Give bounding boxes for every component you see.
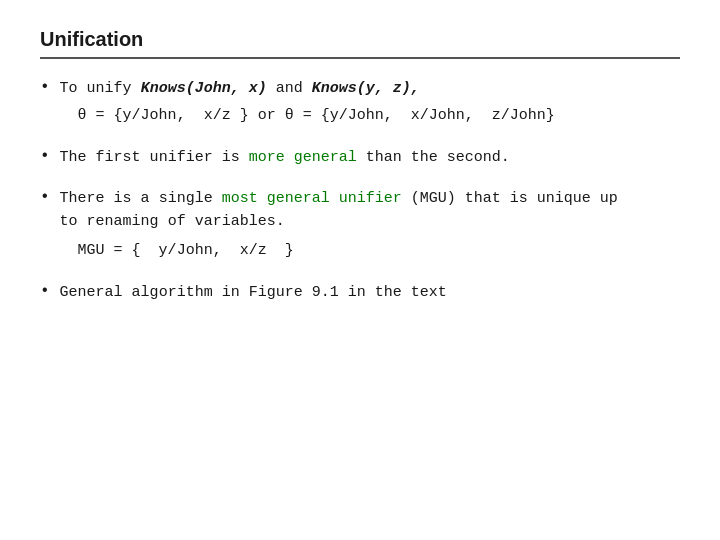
bullet-3-mgu-value: MGU = { y/John, x/z } — [78, 239, 680, 262]
title-divider — [40, 57, 680, 59]
bullet-item-4: • General algorithm in Figure 9.1 in the… — [40, 281, 680, 304]
bullet-item-3: • There is a single most general unifier… — [40, 187, 680, 263]
bullet-content-2: The first unifier is more general than t… — [60, 146, 680, 169]
bullet-marker-3: • — [40, 188, 50, 206]
bullet-1-knows2: Knows(y, z), — [312, 80, 420, 97]
bullet-content-4: General algorithm in Figure 9.1 in the t… — [60, 281, 680, 304]
bullet-2-main: The first unifier is more general than t… — [60, 146, 680, 169]
bullet-4-text: General algorithm in Figure 9.1 in the t… — [60, 284, 447, 301]
bullet-2-text-1: The first unifier is — [60, 149, 249, 166]
bullet-1-text-2: and — [267, 80, 312, 97]
bullet-1-text-1: To unify — [60, 80, 141, 97]
bullet-marker-2: • — [40, 147, 50, 165]
bullet-4-main: General algorithm in Figure 9.1 in the t… — [60, 281, 680, 304]
bullet-content-1: To unify Knows(John, x) and Knows(y, z),… — [60, 77, 680, 128]
bullet-2-more-general: more general — [249, 149, 357, 166]
page: Unification • To unify Knows(John, x) an… — [0, 0, 720, 540]
bullet-3-text-1: There is a single — [60, 190, 222, 207]
bullet-1-main: To unify Knows(John, x) and Knows(y, z), — [60, 77, 680, 100]
bullet-3-main: There is a single most general unifier (… — [60, 187, 680, 210]
bullet-1-knows1: Knows(John, x) — [141, 80, 267, 97]
bullet-3-mgu-label: most general unifier — [222, 190, 402, 207]
bullet-3-line2: to renaming of variables. — [60, 210, 680, 233]
bullet-item-2: • The first unifier is more general than… — [40, 146, 680, 169]
bullet-content-3: There is a single most general unifier (… — [60, 187, 680, 263]
bullet-1-subline: θ = {y/John, x/z } or θ = {y/John, x/Joh… — [78, 104, 680, 127]
page-title: Unification — [40, 28, 680, 51]
bullet-marker-4: • — [40, 282, 50, 300]
bullet-2-text-2: than the second. — [357, 149, 510, 166]
bullet-marker-1: • — [40, 78, 50, 96]
bullet-3-text-2: (MGU) that is unique up — [402, 190, 618, 207]
bullet-item-1: • To unify Knows(John, x) and Knows(y, z… — [40, 77, 680, 128]
